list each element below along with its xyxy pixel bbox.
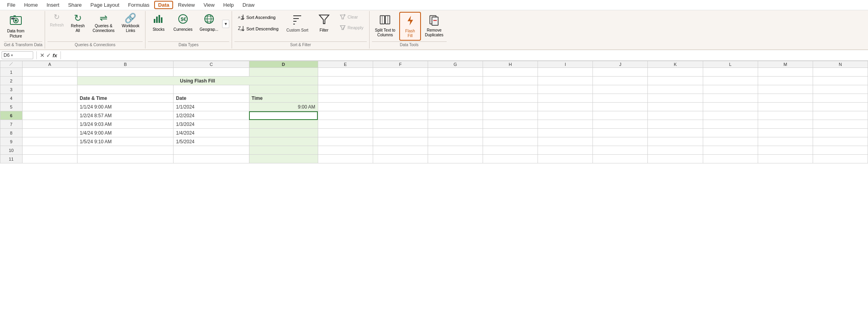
col-header-l[interactable]: L xyxy=(703,61,758,68)
col-header-k[interactable]: K xyxy=(648,61,703,68)
cell-l9[interactable] xyxy=(703,137,758,146)
cell-i4[interactable] xyxy=(538,94,593,103)
cell-g11[interactable] xyxy=(428,155,483,163)
data-from-picture-button[interactable]: 📷 Data fromPicture xyxy=(4,12,28,40)
cell-j7[interactable] xyxy=(593,120,648,129)
row-header-5[interactable]: 5 xyxy=(0,103,23,111)
formula-fx-icon[interactable]: fx xyxy=(53,52,57,58)
cell-b10[interactable] xyxy=(77,146,174,155)
queries-connections-button[interactable]: ⇌ Queries &Connections xyxy=(89,12,118,35)
cell-h10[interactable] xyxy=(483,146,538,155)
cancel-icon[interactable]: ✕ xyxy=(40,52,45,58)
menu-help[interactable]: Help xyxy=(219,1,238,9)
cell-l2[interactable] xyxy=(703,77,758,85)
cell-j5[interactable] xyxy=(593,103,648,111)
row-header-7[interactable]: 7 xyxy=(0,120,23,129)
cell-e10[interactable] xyxy=(318,146,373,155)
custom-sort-button[interactable]: Custom Sort xyxy=(283,12,312,34)
cell-l1[interactable] xyxy=(703,68,758,77)
cell-g2[interactable] xyxy=(428,77,483,85)
split-text-button[interactable]: Split Text toColumns xyxy=(372,12,399,39)
flash-fill-button[interactable]: FlashFill xyxy=(399,12,421,41)
col-header-h[interactable]: H xyxy=(483,61,538,68)
cell-a7[interactable] xyxy=(22,120,77,129)
cell-g7[interactable] xyxy=(428,120,483,129)
cell-g9[interactable] xyxy=(428,137,483,146)
clear-button[interactable]: Clear xyxy=(336,12,366,22)
cell-b1[interactable] xyxy=(77,68,174,77)
cell-b4[interactable]: Date & Time xyxy=(77,94,174,103)
data-types-dropdown-arrow[interactable]: ▼ xyxy=(222,20,229,28)
sort-descending-button[interactable]: Z A Sort Descending xyxy=(234,23,281,34)
cell-d8[interactable] xyxy=(249,129,318,137)
cell-b2[interactable]: Using Flash Fill xyxy=(77,77,318,85)
cell-k5[interactable] xyxy=(648,103,703,111)
cell-k7[interactable] xyxy=(648,120,703,129)
cell-l11[interactable] xyxy=(703,155,758,163)
cell-n11[interactable] xyxy=(813,155,868,163)
cell-j6[interactable] xyxy=(593,111,648,120)
cell-e6[interactable] xyxy=(318,111,373,120)
cell-b9[interactable]: 1/5/24 9:10 AM xyxy=(77,137,174,146)
cell-l7[interactable] xyxy=(703,120,758,129)
cell-l4[interactable] xyxy=(703,94,758,103)
cell-g3[interactable] xyxy=(428,85,483,94)
cell-g10[interactable] xyxy=(428,146,483,155)
cell-j1[interactable] xyxy=(593,68,648,77)
col-header-m[interactable]: M xyxy=(758,61,813,68)
cell-a8[interactable] xyxy=(22,129,77,137)
menu-review[interactable]: Review xyxy=(174,1,199,9)
cell-k9[interactable] xyxy=(648,137,703,146)
col-header-b[interactable]: B xyxy=(77,61,174,68)
cell-e7[interactable] xyxy=(318,120,373,129)
cell-f2[interactable] xyxy=(373,77,428,85)
cell-i9[interactable] xyxy=(538,137,593,146)
cell-d3[interactable] xyxy=(249,85,318,94)
cell-a3[interactable] xyxy=(22,85,77,94)
cell-n7[interactable] xyxy=(813,120,868,129)
cell-i1[interactable] xyxy=(538,68,593,77)
menu-share[interactable]: Share xyxy=(64,1,86,9)
cell-c7[interactable]: 1/3/2024 xyxy=(174,120,249,129)
cell-m3[interactable] xyxy=(758,85,813,94)
cell-j10[interactable] xyxy=(593,146,648,155)
cell-a1[interactable] xyxy=(22,68,77,77)
cell-a6[interactable] xyxy=(22,111,77,120)
menu-insert[interactable]: Insert xyxy=(43,1,64,9)
cell-g5[interactable] xyxy=(428,103,483,111)
row-header-6[interactable]: 6 xyxy=(0,111,23,120)
cell-k2[interactable] xyxy=(648,77,703,85)
cell-h6[interactable] xyxy=(483,111,538,120)
cell-d6[interactable] xyxy=(249,111,318,120)
col-header-f[interactable]: F xyxy=(373,61,428,68)
cell-j11[interactable] xyxy=(593,155,648,163)
row-header-4[interactable]: 4 xyxy=(0,94,23,103)
refresh-button[interactable]: ↻ Refresh xyxy=(47,12,66,28)
cell-m10[interactable] xyxy=(758,146,813,155)
menu-file[interactable]: File xyxy=(3,1,19,9)
remove-duplicates-button[interactable]: RemoveDuplicates xyxy=(422,12,447,39)
cell-e8[interactable] xyxy=(318,129,373,137)
menu-page-layout[interactable]: Page Layout xyxy=(87,1,123,9)
confirm-icon[interactable]: ✓ xyxy=(46,52,51,58)
cell-n9[interactable] xyxy=(813,137,868,146)
cell-h4[interactable] xyxy=(483,94,538,103)
cell-h7[interactable] xyxy=(483,120,538,129)
cell-j2[interactable] xyxy=(593,77,648,85)
cell-l5[interactable] xyxy=(703,103,758,111)
cell-k3[interactable] xyxy=(648,85,703,94)
cell-e1[interactable] xyxy=(318,68,373,77)
cell-b3[interactable] xyxy=(77,85,174,94)
cell-f10[interactable] xyxy=(373,146,428,155)
cell-c1[interactable] xyxy=(174,68,249,77)
cell-ref-dropdown[interactable]: ▼ xyxy=(10,54,13,57)
cell-d5[interactable]: 9:00 AM xyxy=(249,103,318,111)
cell-a4[interactable] xyxy=(22,94,77,103)
cell-f9[interactable] xyxy=(373,137,428,146)
col-header-j[interactable]: J xyxy=(593,61,648,68)
cell-n8[interactable] xyxy=(813,129,868,137)
cell-a9[interactable] xyxy=(22,137,77,146)
menu-draw[interactable]: Draw xyxy=(239,1,259,9)
cell-g1[interactable] xyxy=(428,68,483,77)
cell-h2[interactable] xyxy=(483,77,538,85)
